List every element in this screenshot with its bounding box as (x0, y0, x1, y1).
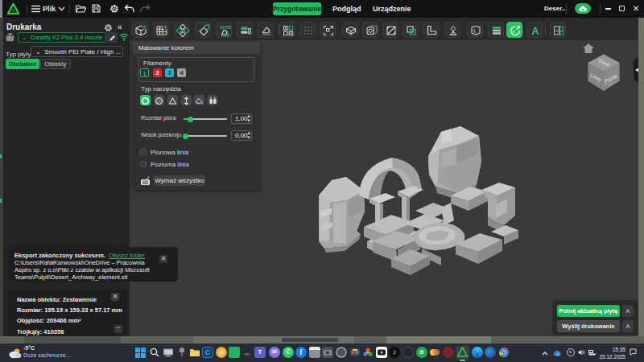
svg-text:A: A (531, 26, 539, 37)
svg-text:AUTO: AUTO (220, 25, 231, 30)
